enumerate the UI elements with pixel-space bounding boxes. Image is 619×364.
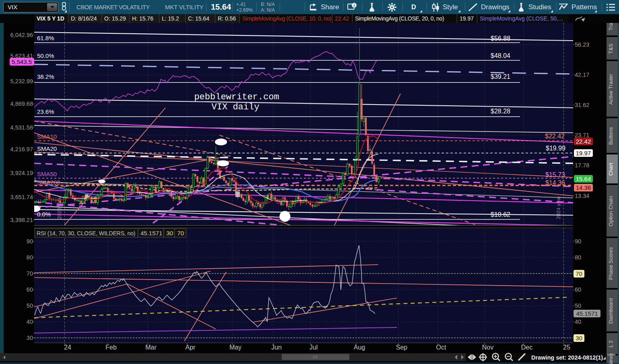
- svg-text:15.64: 15.64: [576, 175, 591, 182]
- svg-text:3,924.19: 3,924.19: [10, 170, 33, 176]
- svg-text:$14.36: $14.36: [545, 179, 565, 186]
- svg-text:30: 30: [166, 230, 173, 236]
- svg-text:50: 50: [575, 302, 581, 309]
- svg-text:$56.88: $56.88: [491, 35, 510, 42]
- svg-text:L 2: L 2: [608, 340, 614, 348]
- svg-text:45.1571: 45.1571: [576, 310, 598, 317]
- svg-text:Jun: Jun: [271, 344, 282, 351]
- svg-text:0.0%: 0.0%: [37, 211, 51, 218]
- svg-text:News: News: [608, 353, 614, 364]
- svg-text:$22.42: $22.42: [545, 133, 565, 140]
- svg-text:$10.62: $10.62: [491, 211, 510, 218]
- svg-text:6,042.96: 6,042.96: [10, 32, 33, 38]
- svg-text:Jul: Jul: [310, 344, 318, 351]
- svg-text:Dashboard: Dashboard: [608, 298, 614, 324]
- svg-text:13.34: 13.34: [575, 193, 589, 199]
- svg-text:SMA200: SMA200: [37, 179, 60, 186]
- svg-text:$19.99: $19.99: [546, 145, 565, 152]
- svg-text:50: 50: [27, 302, 33, 309]
- svg-text:40: 40: [575, 319, 581, 325]
- svg-text:80: 80: [575, 254, 581, 261]
- svg-text:Sep: Sep: [396, 344, 408, 351]
- svg-text:Dec: Dec: [521, 344, 532, 351]
- svg-text:70: 70: [177, 230, 184, 236]
- svg-text:4,869.68: 4,869.68: [10, 101, 33, 107]
- svg-text:$39.21: $39.21: [491, 73, 510, 80]
- svg-text:30: 30: [576, 335, 582, 341]
- svg-text:Feb: Feb: [105, 344, 117, 351]
- svg-text:60: 60: [575, 286, 581, 293]
- svg-text:Active Trader: Active Trader: [608, 74, 614, 105]
- svg-text:42.17: 42.17: [575, 72, 589, 78]
- svg-text:Oct: Oct: [436, 344, 446, 351]
- svg-text:40: 40: [27, 319, 33, 325]
- svg-text:38.2%: 38.2%: [37, 73, 54, 80]
- svg-text:T&S: T&S: [608, 43, 614, 54]
- svg-text:Mar: Mar: [145, 344, 157, 351]
- svg-text:70: 70: [576, 270, 582, 277]
- svg-text:14.36: 14.36: [576, 184, 591, 191]
- svg-text:Chart: Chart: [608, 163, 614, 176]
- svg-text:19.97: 19.97: [576, 150, 591, 156]
- svg-text:90: 90: [27, 238, 33, 245]
- svg-text:23.6%: 23.6%: [37, 108, 54, 115]
- svg-text:24: 24: [64, 344, 71, 351]
- svg-text:3,398.21: 3,398.21: [10, 217, 33, 223]
- svg-text:30: 30: [27, 335, 33, 341]
- svg-text:2024 year: 2024 year: [555, 196, 561, 219]
- svg-text:VIX daily: VIX daily: [212, 102, 260, 112]
- svg-text:Buttons: Buttons: [608, 127, 614, 145]
- svg-text:pebblewriter.com: pebblewriter.com: [194, 92, 279, 102]
- svg-text:SMA50: SMA50: [37, 171, 57, 177]
- svg-text:May: May: [229, 344, 241, 351]
- svg-text:56.23: 56.23: [575, 41, 589, 48]
- svg-text:70: 70: [27, 270, 33, 277]
- svg-text:$15.73: $15.73: [545, 171, 565, 178]
- svg-text:3,651.74: 3,651.74: [10, 194, 33, 200]
- svg-text:50.0%: 50.0%: [37, 52, 54, 59]
- svg-text:Aug: Aug: [354, 344, 365, 351]
- svg-text:4,531.58: 4,531.58: [10, 124, 33, 131]
- svg-text:SMA10: SMA10: [37, 133, 57, 140]
- svg-text:45.1571: 45.1571: [140, 230, 162, 236]
- svg-text:5,543.5: 5,543.5: [12, 58, 32, 65]
- svg-text:31.62: 31.62: [575, 102, 589, 108]
- svg-text:80: 80: [27, 254, 33, 261]
- svg-text:i: i: [354, 4, 355, 8]
- svg-text:17.78: 17.78: [575, 162, 589, 169]
- svg-text:90: 90: [575, 238, 581, 245]
- svg-text:Nov: Nov: [482, 344, 493, 351]
- svg-text:25: 25: [563, 344, 570, 351]
- svg-text:$48.04: $48.04: [491, 52, 510, 59]
- svg-text:Option Chain: Option Chain: [608, 196, 614, 226]
- svg-text:60: 60: [27, 286, 33, 293]
- svg-text:$28.28: $28.28: [491, 108, 510, 115]
- svg-text:Phase Scores: Phase Scores: [608, 247, 614, 280]
- svg-text:61.8%: 61.8%: [37, 35, 54, 41]
- svg-text:RSI (14, 70, 30, CLOSE, WILDER: RSI (14, 70, 30, CLOSE, WILDERS, no): [37, 230, 135, 236]
- svg-text:5,232.99: 5,232.99: [10, 78, 33, 84]
- svg-text:22.42: 22.42: [576, 138, 591, 145]
- svg-text:Drawing set: 2024-0812(1): Drawing set: 2024-0812(1): [531, 354, 603, 361]
- svg-text:SMA20: SMA20: [37, 145, 57, 152]
- svg-text:4,216.97: 4,216.97: [10, 146, 33, 152]
- svg-text:Apr: Apr: [186, 344, 196, 351]
